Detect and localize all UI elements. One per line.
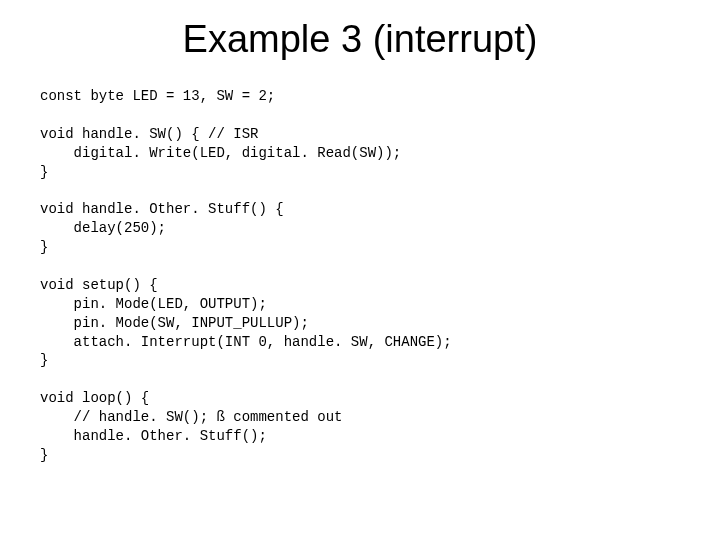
code-line: attach. Interrupt(INT 0, handle. SW, CHA… — [40, 334, 452, 350]
code-line: void loop() { — [40, 390, 149, 406]
code-line: void handle. SW() { // ISR — [40, 126, 258, 142]
slide: Example 3 (interrupt) const byte LED = 1… — [0, 0, 720, 540]
code-block: const byte LED = 13, SW = 2; void handle… — [40, 87, 680, 465]
code-line: void handle. Other. Stuff() { — [40, 201, 284, 217]
slide-title: Example 3 (interrupt) — [40, 18, 680, 61]
code-line: digital. Write(LED, digital. Read(SW)); — [40, 145, 401, 161]
code-line: const byte LED = 13, SW = 2; — [40, 88, 275, 104]
code-line: // handle. SW(); ß commented out — [40, 409, 342, 425]
code-line: } — [40, 239, 48, 255]
code-line: } — [40, 352, 48, 368]
code-line: delay(250); — [40, 220, 166, 236]
code-line: handle. Other. Stuff(); — [40, 428, 267, 444]
code-line: } — [40, 447, 48, 463]
code-line: void setup() { — [40, 277, 158, 293]
code-line: pin. Mode(LED, OUTPUT); — [40, 296, 267, 312]
code-line: } — [40, 164, 48, 180]
code-line: pin. Mode(SW, INPUT_PULLUP); — [40, 315, 309, 331]
